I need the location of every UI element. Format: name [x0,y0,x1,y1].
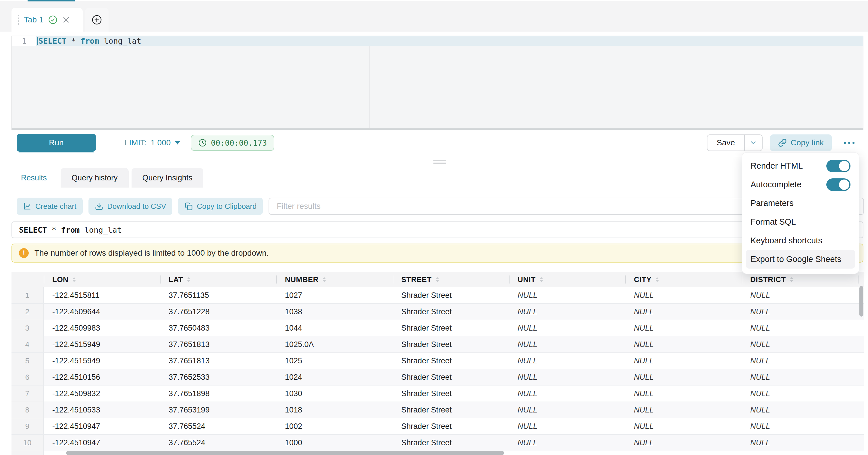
table-cell[interactable] [858,434,864,451]
table-cell[interactable]: Shrader Street [393,287,509,303]
table-cell[interactable]: 37.765524 [160,434,276,451]
table-cell[interactable]: 1038 [276,304,393,320]
table-cell[interactable]: NULL [509,287,625,303]
table-cell[interactable]: -122.4510947 [44,434,160,451]
new-tab-button[interactable] [85,8,108,32]
table-cell[interactable]: NULL [509,418,625,434]
table-cell[interactable]: 1002 [276,418,393,434]
save-options-button[interactable] [744,135,762,151]
limit-dropdown[interactable]: LIMIT: 1 000 [125,138,180,147]
table-cell[interactable]: NULL [625,434,742,451]
sort-icon[interactable] [790,277,793,282]
table-cell[interactable]: NULL [742,386,858,401]
table-cell[interactable]: NULL [742,320,858,336]
sort-icon[interactable] [655,277,659,282]
horizontal-scrollbar[interactable] [66,451,504,455]
table-cell[interactable]: 37.7653199 [160,402,276,418]
menu-item-parameters[interactable]: Parameters [746,194,855,213]
table-cell[interactable]: 1025.0A [276,336,393,353]
table-cell[interactable]: NULL [625,386,742,401]
table-cell[interactable]: 37.7650483 [160,320,276,336]
column-header-number[interactable]: NUMBER [276,272,393,287]
table-cell[interactable]: NULL [509,320,625,336]
results-tab-results[interactable]: Results [10,168,58,188]
sort-icon[interactable] [540,277,543,282]
results-table[interactable]: LONLATNUMBERSTREETUNITCITYDISTRICTRE1-12… [11,272,864,455]
table-cell[interactable]: 37.7651813 [160,336,276,353]
results-tab-query-insights[interactable]: Query Insights [131,168,204,188]
table-cell[interactable]: NULL [509,402,625,418]
table-cell[interactable]: 1027 [276,287,393,303]
table-cell[interactable]: NULL [509,369,625,385]
table-cell[interactable]: NULL [742,353,858,369]
menu-item-format-sql[interactable]: Format SQL [746,213,855,231]
table-cell[interactable]: NULL [509,434,625,451]
table-cell[interactable]: NULL [625,304,742,320]
table-cell[interactable]: -122.4510533 [44,402,160,418]
column-header-district[interactable]: DISTRICT [742,272,858,287]
table-cell[interactable]: 1044 [276,320,393,336]
tab-active[interactable]: Tab 1 [11,8,83,32]
column-header-city[interactable]: CITY [625,272,742,287]
table-cell[interactable]: -122.4510947 [44,418,160,434]
table-cell[interactable]: 1025 [276,353,393,369]
table-cell[interactable]: 37.7651135 [160,287,276,303]
table-cell[interactable]: NULL [742,418,858,434]
table-cell[interactable]: Shrader Street [393,418,509,434]
copy-link-button[interactable]: Copy link [770,134,832,151]
vertical-scrollbar[interactable] [859,286,863,316]
sort-icon[interactable] [72,277,76,282]
table-cell[interactable]: 1024 [276,369,393,385]
table-cell[interactable]: NULL [742,402,858,418]
toggle-autocomplete[interactable] [826,178,850,191]
table-cell[interactable]: NULL [625,336,742,353]
table-row[interactable]: 3-122.450998337.76504831044Shrader Stree… [11,320,864,336]
table-cell[interactable]: 37.7651813 [160,353,276,369]
table-cell[interactable] [858,320,864,336]
table-row[interactable]: 1-122.451581137.76511351027Shrader Stree… [11,287,864,304]
table-row[interactable]: 9-122.451094737.7655241002Shrader Street… [11,418,864,434]
column-header-re[interactable]: RE [858,272,864,287]
table-cell[interactable]: NULL [509,353,625,369]
table-cell[interactable]: NULL [625,287,742,303]
table-cell[interactable]: NULL [509,304,625,320]
column-header-lon[interactable]: LON [44,272,160,287]
table-cell[interactable]: 1030 [276,386,393,401]
table-row[interactable]: 2-122.450964437.76512281038Shrader Stree… [11,304,864,320]
column-header-street[interactable]: STREET [393,272,509,287]
table-cell[interactable]: 37.7651228 [160,304,276,320]
table-cell[interactable] [858,336,864,353]
table-row[interactable]: 7-122.450983237.76518981030Shrader Stree… [11,386,864,402]
table-row[interactable]: 8-122.451053337.76531991018Shrader Stree… [11,402,864,418]
table-cell[interactable]: NULL [742,434,858,451]
toggle-render-html[interactable] [826,160,850,172]
table-cell[interactable]: NULL [625,402,742,418]
table-cell[interactable] [858,353,864,369]
copy-to-clipboard-button[interactable]: Copy to Clipboard [178,198,263,215]
more-options-button[interactable] [840,134,858,151]
menu-item-export-to-google-sheets[interactable]: Export to Google Sheets [746,250,855,269]
menu-item-autocomplete[interactable]: Autocomplete [746,175,855,194]
table-cell[interactable] [858,369,864,385]
table-cell[interactable] [858,402,864,418]
table-cell[interactable]: NULL [625,418,742,434]
table-cell[interactable]: NULL [742,304,858,320]
table-cell[interactable]: NULL [742,369,858,385]
save-button[interactable]: Save [707,135,744,151]
table-cell[interactable]: NULL [509,336,625,353]
table-cell[interactable]: NULL [509,386,625,401]
drag-handle-icon[interactable] [18,14,19,25]
table-cell[interactable]: Shrader Street [393,386,509,401]
menu-item-render-html[interactable]: Render HTML [746,156,855,175]
table-cell[interactable]: Shrader Street [393,304,509,320]
table-cell[interactable]: -122.4515811 [44,287,160,303]
table-cell[interactable]: -122.4509644 [44,304,160,320]
table-cell[interactable] [858,451,864,455]
table-cell[interactable]: Shrader Street [393,353,509,369]
sql-editor[interactable]: 1 SELECT * from long_lat [11,36,863,129]
table-cell[interactable]: NULL [625,451,742,455]
column-header-lat[interactable]: LAT [160,272,276,287]
table-cell[interactable]: NULL [625,353,742,369]
table-cell[interactable]: -122.4510156 [44,369,160,385]
close-tab-icon[interactable] [62,16,70,24]
